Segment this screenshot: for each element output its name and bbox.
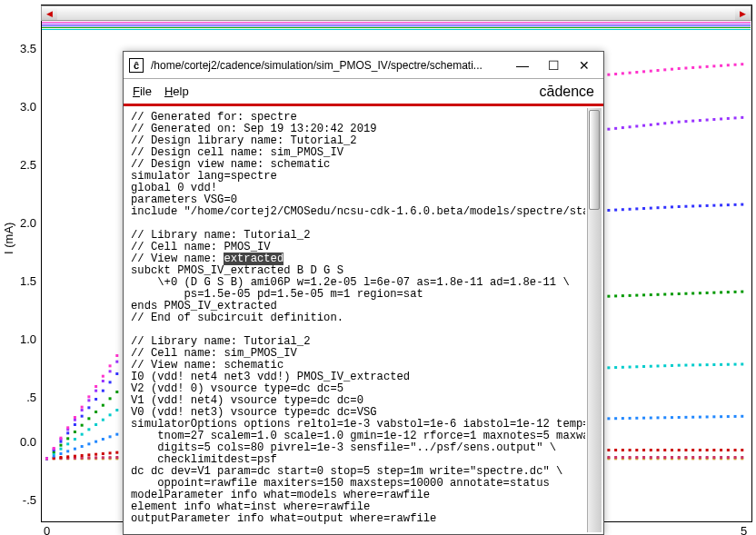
content-area: // Generated for: spectre// Generated on… [124,106,603,534]
netlist-window: ĉ /home/cortej2/cadence/simulation/sim_P… [123,51,604,535]
y-tick: -.5 [11,493,36,507]
scroll-left-button[interactable]: ◀ [42,6,57,20]
window-title: /home/cortej2/cadence/simulation/sim_PMO… [151,59,505,72]
y-tick: 2.5 [11,158,36,172]
titlebar[interactable]: ĉ /home/cortej2/cadence/simulation/sim_P… [124,52,603,79]
cadence-brand: cādence [540,84,595,100]
app-icon: ĉ [129,58,144,73]
maximize-button[interactable]: ☐ [540,56,567,74]
menu-file[interactable]: File [133,84,152,98]
trace-overview [42,22,751,31]
y-tick: 3.5 [11,42,36,55]
y-tick: 1.0 [11,332,36,346]
x-tick: 0 [44,524,50,535]
y-tick: 1.5 [11,274,36,288]
y-tick: .5 [11,391,36,404]
close-button[interactable]: ✕ [571,56,598,74]
netlist-text[interactable]: // Generated for: spectre// Generated on… [125,108,585,532]
minimize-button[interactable]: — [509,56,536,74]
y-tick: 2.0 [11,216,36,230]
horizontal-scrollbar[interactable]: ◀ ▶ [41,5,751,21]
menu-help[interactable]: Help [164,84,189,98]
menubar: File Help cādence [124,79,603,106]
y-tick: 3.0 [11,100,36,114]
scrollbar-thumb[interactable] [589,110,600,210]
scroll-right-button[interactable]: ▶ [735,6,751,20]
vertical-scrollbar[interactable] [587,108,602,532]
x-tick: 5 [741,524,747,535]
y-tick: 0.0 [11,435,36,449]
scroll-track[interactable] [57,6,735,20]
